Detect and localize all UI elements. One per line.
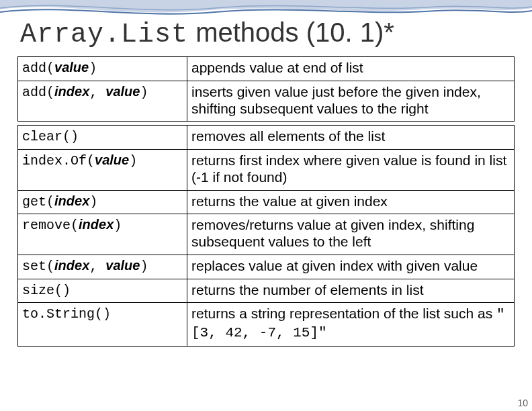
- description-cell: returns the value at given index: [187, 190, 515, 214]
- description-cell: inserts given value just before the give…: [187, 81, 515, 122]
- table-row: get(index) returns the value at given in…: [18, 190, 515, 214]
- method-cell: to.String(): [18, 303, 187, 347]
- description-cell: appends value at end of list: [187, 57, 515, 81]
- description-cell: returns the number of elements in list: [187, 279, 515, 303]
- table-row: to.String() returns a string representat…: [18, 303, 515, 347]
- description-cell: replaces value at given index with given…: [187, 255, 515, 279]
- table-row: remove(index) removes/returns value at g…: [18, 214, 515, 255]
- table-row: add(index, value) inserts given value ju…: [18, 81, 515, 122]
- table-row: add(value) appends value at end of list: [18, 57, 515, 81]
- methods-tables: add(value) appends value at end of list …: [17, 56, 515, 350]
- table-row: index.Of(value) returns first index wher…: [18, 150, 515, 191]
- table-row: clear() removes all elements of the list: [18, 126, 515, 150]
- methods-table-1: add(value) appends value at end of list …: [17, 56, 515, 122]
- method-cell: add(value): [18, 57, 187, 81]
- description-cell: removes/returns value at given index, sh…: [187, 214, 515, 255]
- method-cell: size(): [18, 279, 187, 303]
- description-cell: removes all elements of the list: [187, 126, 515, 150]
- method-cell: clear(): [18, 126, 187, 150]
- method-cell: index.Of(value): [18, 150, 187, 191]
- methods-table-2: clear() removes all elements of the list…: [17, 125, 515, 347]
- header-wave-decoration: [0, 0, 532, 17]
- method-cell: add(index, value): [18, 81, 187, 122]
- description-cell: returns first index where given value is…: [187, 150, 515, 191]
- title-mono: Array.List: [20, 19, 188, 50]
- description-cell: returns a string representation of the l…: [187, 303, 515, 347]
- method-cell: remove(index): [18, 214, 187, 255]
- page-number: 10: [517, 398, 528, 408]
- method-cell: set(index, value): [18, 255, 187, 279]
- slide-title: Array.List methods (10. 1)*: [20, 17, 394, 50]
- table-row: set(index, value) replaces value at give…: [18, 255, 515, 279]
- table-row: size() returns the number of elements in…: [18, 279, 515, 303]
- method-cell: get(index): [18, 190, 187, 214]
- title-plain: methods (10. 1)*: [188, 17, 394, 47]
